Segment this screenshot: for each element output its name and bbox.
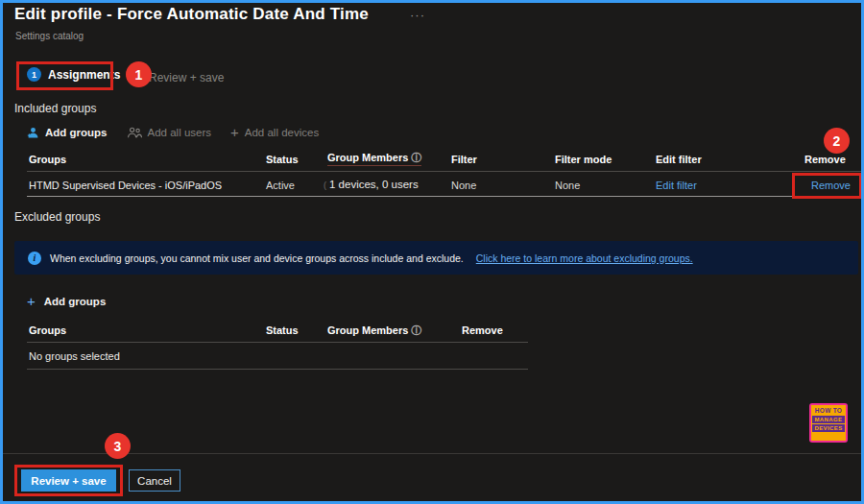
remove-link[interactable]: Remove: [811, 180, 851, 191]
col-group-members: Group Members ⓘ: [327, 324, 421, 336]
cancel-button[interactable]: Cancel: [129, 469, 180, 492]
annotation-step-1: 1: [126, 61, 152, 87]
edit-profile-blade: Edit profile - Force Automatic Date And …: [0, 0, 864, 504]
status-cell: Active: [266, 180, 295, 191]
annotation-step-2: 2: [824, 128, 850, 154]
plus-icon: +: [27, 295, 36, 308]
learn-more-link[interactable]: Click here to learn more about excluding…: [476, 252, 693, 264]
tab-assignments-label: Assignments: [48, 68, 120, 82]
col-remove: Remove: [804, 154, 846, 165]
htmd-logo-inner: HOW TO MANAGE DEVICES: [811, 405, 846, 441]
col-filter: Filter: [451, 154, 477, 165]
people-icon: [127, 127, 142, 139]
col-group-members-label: Group Members: [327, 152, 408, 163]
empty-state-text: No groups selected: [29, 350, 120, 362]
htmd-logo-line2: MANAGE: [812, 416, 844, 423]
included-groups-heading: Included groups: [14, 102, 96, 115]
excluded-add-groups-label: Add groups: [44, 296, 107, 307]
more-options-button[interactable]: ···: [410, 8, 425, 22]
plus-icon: +: [230, 126, 239, 139]
annotation-step-3: 3: [105, 433, 131, 459]
table-divider: [27, 342, 528, 343]
add-all-users-label: Add all users: [148, 127, 211, 138]
col-group-members: Group Members ⓘ: [327, 152, 421, 166]
info-banner: i When excluding groups, you cannot mix …: [14, 241, 858, 275]
table-row-divider: [27, 196, 861, 197]
htmd-logo-line3: DEVICES: [812, 424, 844, 432]
add-all-devices-button[interactable]: + Add all devices: [230, 126, 319, 139]
excluded-groups-heading: Excluded groups: [14, 210, 100, 224]
step-number-icon: 1: [27, 67, 41, 82]
tab-review-save[interactable]: Review + save: [149, 71, 224, 84]
review-save-button[interactable]: Review + save: [21, 469, 116, 492]
col-edit-filter: Edit filter: [656, 154, 702, 165]
col-filter-mode: Filter mode: [555, 154, 612, 165]
footer-divider: [3, 453, 861, 454]
group-members-cell: 1 devices, 0 users: [324, 179, 419, 190]
tab-assignments[interactable]: 1 Assignments: [27, 67, 120, 82]
filter-mode-cell: None: [555, 180, 580, 191]
info-banner-text: When excluding groups, you cannot mix us…: [50, 252, 464, 264]
add-all-devices-label: Add all devices: [245, 127, 319, 138]
col-status: Status: [266, 324, 299, 336]
add-groups-label: Add groups: [45, 127, 108, 138]
col-status: Status: [266, 154, 299, 165]
info-icon[interactable]: ⓘ: [411, 325, 421, 335]
filter-cell: None: [451, 180, 476, 191]
page-title: Edit profile - Force Automatic Date And …: [14, 5, 369, 24]
htmd-logo-line1: HOW TO: [815, 407, 842, 415]
person-add-icon: [27, 127, 39, 139]
excluded-add-groups-button[interactable]: + Add groups: [27, 295, 106, 308]
info-banner-icon: i: [28, 252, 41, 265]
table-divider: [27, 369, 528, 370]
add-all-users-button[interactable]: Add all users: [127, 127, 211, 139]
edit-filter-link[interactable]: Edit filter: [656, 180, 697, 191]
table-divider: [27, 171, 861, 172]
info-icon[interactable]: ⓘ: [411, 153, 421, 162]
add-groups-button[interactable]: Add groups: [27, 127, 108, 139]
htmd-logo: HOW TO MANAGE DEVICES: [809, 403, 848, 443]
included-groups-toolbar: Add groups Add all users + Add all devic…: [27, 123, 319, 142]
page-subtitle: Settings catalog: [15, 31, 84, 41]
col-groups: Groups: [29, 324, 66, 336]
col-group-members-label: Group Members: [327, 324, 408, 336]
group-name-cell: HTMD Supervised Devices - iOS/iPadOS: [29, 180, 222, 191]
col-groups: Groups: [29, 154, 66, 165]
col-remove: Remove: [462, 324, 503, 336]
